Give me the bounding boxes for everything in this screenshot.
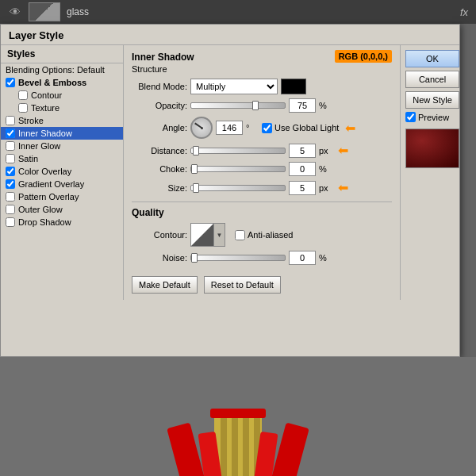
preview-checkbox[interactable] — [405, 112, 416, 122]
ok-button[interactable]: OK — [405, 50, 459, 67]
choke-label: Choke: — [132, 164, 187, 174]
arrow-annotation-size: ⬅ — [338, 180, 348, 195]
contour-row: Contour: ▼ Anti-aliased — [132, 223, 392, 247]
inner-shadow-label: Inner Shadow — [18, 129, 72, 138]
blending-options-item[interactable]: Blending Options: Default — [1, 63, 123, 76]
blend-mode-select[interactable]: Multiply Normal Screen — [190, 79, 278, 94]
blend-mode-row: Blend Mode: Multiply Normal Screen — [132, 79, 392, 94]
contour-label: Contour — [31, 90, 62, 100]
preview-label: Preview — [418, 113, 449, 122]
size-slider[interactable] — [190, 185, 286, 191]
arrow-annotation-distance: ⬅ — [338, 143, 348, 158]
inner-glow-label: Inner Glow — [18, 141, 60, 151]
distance-row: Distance: px ⬅ — [132, 143, 392, 158]
inner-shadow-checkbox[interactable] — [6, 129, 15, 138]
sidebar-item-satin[interactable]: Satin — [1, 152, 123, 165]
outer-glow-checkbox[interactable] — [6, 205, 15, 214]
angle-input[interactable] — [216, 121, 243, 135]
sidebar-item-inner-shadow[interactable]: Inner Shadow — [1, 127, 123, 140]
angle-row: Angle: ° Use Global Light ⬅ — [132, 117, 392, 139]
anti-aliased-label[interactable]: Anti-aliased — [235, 230, 293, 240]
noise-row: Noise: % — [132, 251, 392, 265]
sidebar-item-inner-glow[interactable]: Inner Glow — [1, 140, 123, 152]
arrow-annotation-angle: ⬅ — [345, 121, 355, 136]
layer-name: glass — [67, 6, 89, 17]
noise-unit: % — [319, 253, 332, 263]
inner-glow-checkbox[interactable] — [6, 141, 15, 151]
quality-title: Quality — [132, 207, 392, 218]
drop-shadow-label: Drop Shadow — [18, 217, 71, 227]
sub-section-title: Structure — [132, 64, 194, 74]
distance-input[interactable] — [289, 144, 316, 158]
satin-checkbox[interactable] — [6, 154, 15, 163]
noise-label: Noise: — [132, 253, 187, 263]
angle-dial[interactable] — [190, 117, 213, 139]
layer-thumbnail — [29, 2, 60, 21]
gradient-overlay-checkbox[interactable] — [6, 179, 15, 189]
sidebar-item-texture[interactable]: Texture — [1, 102, 123, 114]
color-overlay-checkbox[interactable] — [6, 167, 15, 176]
contour-dropdown-arrow[interactable]: ▼ — [214, 223, 225, 247]
sidebar-item-outer-glow[interactable]: Outer Glow — [1, 203, 123, 216]
use-global-light-label[interactable]: Use Global Light — [262, 123, 339, 133]
choke-input[interactable] — [289, 162, 316, 176]
gradient-overlay-label: Gradient Overlay — [18, 179, 84, 189]
preview-thumb-inner — [406, 129, 459, 167]
choke-unit: % — [319, 164, 332, 174]
dial-hand — [194, 123, 202, 129]
stroke-checkbox[interactable] — [6, 116, 15, 125]
noise-input[interactable] — [289, 251, 316, 265]
size-input[interactable] — [289, 181, 316, 195]
dialog-title: Layer Style — [1, 25, 459, 45]
texture-checkbox[interactable] — [18, 103, 28, 113]
fx-label: fx — [460, 6, 468, 18]
outer-glow-label: Outer Glow — [18, 205, 63, 214]
section-title: Inner Shadow — [132, 52, 194, 63]
blend-color-swatch[interactable] — [281, 79, 306, 94]
size-label: Size: — [132, 183, 187, 193]
distance-label: Distance: — [132, 146, 187, 155]
pattern-overlay-checkbox[interactable] — [6, 192, 15, 202]
cancel-button[interactable]: Cancel — [405, 71, 459, 88]
make-default-button[interactable]: Make Default — [132, 276, 198, 294]
opacity-slider[interactable] — [190, 102, 286, 109]
sidebar-item-contour[interactable]: Contour — [1, 89, 123, 102]
size-unit: px — [319, 183, 332, 193]
quality-section: Quality Contour: ▼ Anti-aliased — [132, 202, 392, 265]
sidebar-item-drop-shadow[interactable]: Drop Shadow — [1, 216, 123, 228]
contour-checkbox[interactable] — [18, 90, 28, 100]
new-style-button[interactable]: New Style — [405, 91, 459, 109]
choke-row: Choke: % — [132, 162, 392, 176]
anti-aliased-checkbox[interactable] — [235, 230, 245, 240]
buttons-panel: OK Cancel New Style Preview — [400, 45, 459, 300]
angle-unit: ° — [246, 123, 259, 132]
sidebar-item-color-overlay[interactable]: Color Overlay — [1, 165, 123, 178]
reset-default-button[interactable]: Reset to Default — [204, 276, 281, 294]
bevel-emboss-checkbox[interactable] — [6, 78, 15, 87]
anti-aliased-text: Anti-aliased — [248, 230, 293, 240]
sidebar-item-stroke[interactable]: Stroke — [1, 114, 123, 127]
opacity-input[interactable] — [289, 98, 316, 113]
sidebar-item-bevel-emboss[interactable]: Bevel & Emboss — [1, 76, 123, 89]
use-global-light-checkbox[interactable] — [262, 123, 272, 133]
distance-slider[interactable] — [190, 148, 286, 154]
svg-rect-7 — [210, 409, 266, 418]
styles-header[interactable]: Styles — [1, 45, 123, 63]
opacity-label: Opacity: — [132, 101, 187, 110]
choke-slider[interactable] — [190, 166, 286, 172]
size-row: Size: px ⬅ — [132, 180, 392, 195]
contour-label: Contour: — [132, 230, 187, 240]
rgb-badge: RGB (0,0,0,) — [335, 50, 392, 63]
sidebar-item-gradient-overlay[interactable]: Gradient Overlay — [1, 178, 123, 190]
noise-slider[interactable] — [190, 255, 286, 261]
drop-shadow-checkbox[interactable] — [6, 217, 15, 227]
eye-icon[interactable]: 👁 — [8, 5, 22, 19]
contour-preview[interactable] — [190, 223, 214, 247]
svg-rect-5 — [243, 409, 249, 476]
preview-checkbox-label[interactable]: Preview — [405, 112, 455, 122]
color-overlay-label: Color Overlay — [18, 167, 71, 176]
styles-panel: Styles Blending Options: Default Bevel &… — [1, 45, 124, 300]
preview-thumbnail — [405, 129, 459, 168]
sidebar-item-pattern-overlay[interactable]: Pattern Overlay — [1, 190, 123, 203]
bottom-buttons: Make Default Reset to Default — [132, 271, 392, 294]
